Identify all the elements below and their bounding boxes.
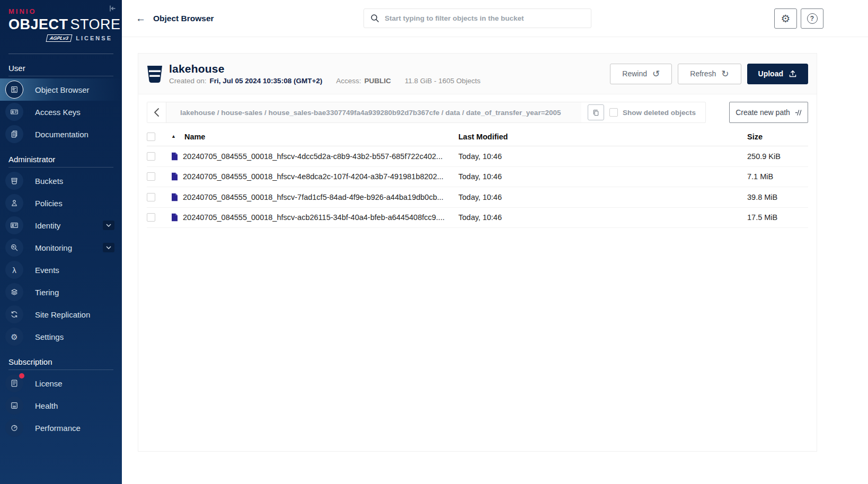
objects-table: ▲ Name Last Modified Size 20240705_08455… (147, 127, 808, 228)
sidebar-item-label: Documentation (35, 130, 88, 139)
created-on-value: Fri, Jul 05 2024 10:35:08 (GMT+2) (210, 77, 323, 85)
sidebar-section-subscription: Subscription License Health Performance (0, 357, 122, 439)
column-header-size[interactable]: Size (747, 133, 763, 141)
chevron-left-icon (154, 108, 160, 117)
section-label-subscription: Subscription (0, 357, 122, 366)
sidebar-item-object-browser[interactable]: Object Browser (0, 78, 122, 101)
rewind-icon: ↺ (652, 69, 660, 78)
sidebar-item-label: Buckets (35, 177, 63, 186)
table-row[interactable]: 20240705_084555_00018_hfscv-acb26115-34b… (147, 208, 808, 228)
sidebar-item-monitoring[interactable]: Monitoring (0, 236, 122, 259)
chevron-down-icon[interactable] (103, 243, 114, 252)
back-navigation[interactable]: ← Object Browser (136, 13, 214, 23)
section-label-user: User (0, 64, 122, 73)
health-icon (5, 397, 23, 415)
access-keys-icon (5, 103, 23, 121)
search-input[interactable] (385, 14, 584, 22)
upload-button[interactable]: Upload (747, 64, 808, 84)
access-value[interactable]: PUBLIC (365, 77, 391, 85)
create-new-path-button[interactable]: Create new path (729, 102, 808, 123)
breadcrumb[interactable]: lakehouse / house-sales / house_sales-ba… (166, 102, 581, 122)
object-size: 250.9 KiB (747, 152, 781, 161)
sidebar-item-performance[interactable]: Performance (0, 417, 122, 439)
console-settings-button[interactable]: ⚙ (774, 8, 797, 29)
sidebar-item-license[interactable]: License (0, 372, 122, 394)
object-browser-icon (5, 81, 23, 99)
sidebar-item-buckets[interactable]: Buckets (0, 170, 122, 192)
row-checkbox[interactable] (147, 152, 155, 161)
bucket-name: lakehouse (169, 63, 610, 75)
object-name[interactable]: 20240705_084555_00018_hfscv-4dcc5d2a-c8b… (183, 152, 442, 161)
select-all-checkbox[interactable] (147, 133, 155, 141)
path-back-button[interactable] (147, 102, 166, 122)
site-replication-icon (5, 305, 23, 323)
sidebar-item-settings[interactable]: ⚙ Settings (0, 325, 122, 348)
object-filter-searchbox[interactable] (364, 8, 591, 28)
brand-object: OBJECT (8, 16, 68, 32)
sidebar-item-label: Object Browser (35, 85, 90, 94)
chevron-down-icon[interactable] (103, 221, 114, 230)
sidebar-item-policies[interactable]: Policies (0, 192, 122, 214)
row-checkbox[interactable] (147, 213, 155, 222)
column-header-modified[interactable]: Last Modified (458, 133, 508, 141)
sidebar-section-administrator: Administrator Buckets Policies Identity (0, 155, 122, 348)
question-mark-icon: ? (807, 13, 818, 24)
bucket-summary: 11.8 GiB - 1605 Objects (405, 77, 481, 85)
sidebar-section-user: User Object Browser Access Keys Document… (0, 64, 122, 145)
bucket-actions: Rewind ↺ Refresh ↻ Upload (610, 64, 808, 84)
refresh-button[interactable]: Refresh ↻ (678, 64, 741, 84)
sidebar-item-label: Policies (35, 199, 63, 208)
refresh-label: Refresh (690, 69, 716, 78)
sidebar-item-label: License (35, 379, 63, 388)
back-arrow-icon[interactable]: ← (136, 13, 146, 23)
brand-product-text: OBJECTSTORE (8, 16, 113, 33)
section-label-administrator: Administrator (0, 155, 122, 164)
object-name[interactable]: 20240705_084555_00018_hfscv-4e8dca2c-107… (183, 172, 444, 181)
object-size: 7.1 MiB (747, 172, 773, 181)
show-deleted-toggle[interactable]: Show deleted objects (609, 108, 705, 117)
sidebar-item-label: Site Replication (35, 310, 90, 319)
sidebar-item-label: Access Keys (35, 108, 81, 117)
row-checkbox[interactable] (147, 193, 155, 201)
page-title: Object Browser (153, 14, 214, 23)
object-name[interactable]: 20240705_084555_00018_hfscv-7fad1cf5-84a… (183, 193, 444, 201)
sidebar-item-access-keys[interactable]: Access Keys (0, 101, 122, 123)
events-lambda-icon: λ (5, 261, 23, 279)
show-deleted-checkbox[interactable] (609, 108, 618, 117)
object-size: 39.8 MiB (747, 193, 777, 201)
sidebar-item-documentation[interactable]: Documentation (0, 123, 122, 145)
license-word: LICENSE (76, 35, 112, 41)
sidebar-item-site-replication[interactable]: Site Replication (0, 303, 122, 325)
sidebar-collapse-icon[interactable] (107, 3, 118, 14)
sidebar-item-events[interactable]: λ Events (0, 259, 122, 281)
row-checkbox[interactable] (147, 172, 155, 181)
rewind-button[interactable]: Rewind ↺ (610, 64, 672, 84)
column-header-name[interactable]: Name (184, 133, 206, 141)
bucket-panel: lakehouse Created on: Fri, Jul 05 2024 1… (138, 53, 817, 452)
help-button[interactable]: ? (801, 8, 823, 29)
copy-path-button[interactable] (588, 104, 604, 120)
table-row[interactable]: 20240705_084555_00018_hfscv-4e8dca2c-107… (147, 167, 808, 188)
table-row[interactable]: 20240705_084555_00018_hfscv-4dcc5d2a-c8b… (147, 146, 808, 167)
file-icon (171, 213, 178, 222)
sidebar-item-label: Tiering (35, 288, 59, 297)
documentation-icon (5, 125, 23, 143)
table-row[interactable]: 20240705_084555_00018_hfscv-7fad1cf5-84a… (147, 187, 808, 208)
sidebar-item-tiering[interactable]: Tiering (0, 281, 122, 303)
new-path-icon (795, 109, 802, 116)
sidebar-item-health[interactable]: Health (0, 394, 122, 417)
license-icon (5, 374, 23, 392)
sidebar-divider (8, 54, 113, 54)
brand-license-row: AGPLv3 LICENSE (8, 34, 113, 42)
sort-ascending-icon[interactable]: ▲ (171, 134, 176, 139)
sidebar-item-label: Monitoring (35, 243, 72, 252)
sidebar-item-label: Settings (35, 332, 64, 341)
sidebar-item-identity[interactable]: Identity (0, 214, 122, 236)
create-path-label: Create new path (736, 108, 790, 117)
brand-minio-text: MINIO (8, 7, 113, 15)
access-label: Access: (336, 77, 361, 85)
object-name[interactable]: 20240705_084555_00018_hfscv-acb26115-34b… (183, 213, 445, 222)
bucket-header: lakehouse Created on: Fri, Jul 05 2024 1… (138, 54, 817, 94)
sidebar-item-label: Health (35, 401, 58, 410)
monitoring-icon (5, 239, 23, 257)
